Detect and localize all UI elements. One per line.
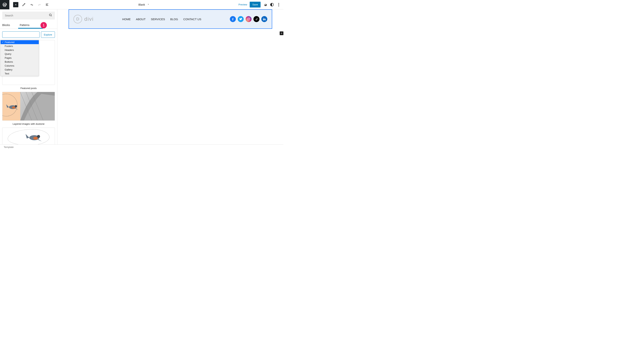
topbar-left-group: [0, 0, 50, 9]
redo-button[interactable]: [37, 2, 42, 7]
wordpress-icon: [2, 2, 7, 7]
tiktok-link[interactable]: [254, 16, 260, 22]
editor-topbar: Blank Preview Save: [0, 0, 284, 9]
preview-link[interactable]: Preview: [238, 3, 247, 6]
close-button[interactable]: [13, 2, 18, 7]
inserter-sidebar: Blocks Patterns 1 Explore Featured Foote…: [0, 9, 57, 144]
twitter-icon: [239, 17, 242, 21]
facebook-link[interactable]: [230, 16, 236, 22]
svg-point-6: [33, 137, 38, 140]
search-input[interactable]: [2, 11, 55, 19]
dropdown-item-headers[interactable]: Headers: [0, 48, 39, 52]
chevron-down-icon: [147, 3, 150, 6]
svg-point-0: [49, 14, 51, 16]
template-name: Blank: [138, 3, 145, 6]
bird-icon: [6, 103, 19, 111]
nav-item-blog[interactable]: BLOG: [170, 17, 178, 21]
undo-button[interactable]: [29, 2, 34, 7]
header-block[interactable]: D divi HOME ABOUT SERVICES BLOG CONTACT …: [68, 9, 272, 29]
inserter-tabs: Blocks Patterns 1: [0, 22, 57, 28]
facebook-icon: [231, 17, 234, 21]
dropdown-item-featured[interactable]: Featured: [0, 40, 39, 44]
editor-canvas[interactable]: D divi HOME ABOUT SERVICES BLOG CONTACT …: [57, 9, 284, 144]
svg-point-4: [15, 105, 17, 107]
save-button[interactable]: Save: [250, 2, 260, 7]
pattern-label: Layered images with duotone: [2, 123, 55, 125]
nav-item-about[interactable]: ABOUT: [136, 17, 146, 21]
social-icons: [230, 16, 267, 22]
site-logo[interactable]: D divi: [74, 15, 94, 23]
annotation-badge: 1: [40, 22, 47, 28]
styles-button[interactable]: [270, 2, 274, 7]
feather-texture: [20, 92, 55, 120]
bird-icon: [25, 132, 44, 143]
pattern-card-partial[interactable]: [2, 128, 55, 144]
breadcrumb-label[interactable]: Template: [4, 146, 14, 149]
tab-blocks[interactable]: Blocks: [2, 22, 10, 28]
pattern-preview: [2, 128, 55, 144]
search-icon: [49, 13, 52, 17]
search-wrap: [0, 9, 57, 22]
nav-menu: HOME ABOUT SERVICES BLOG CONTACT US: [101, 17, 222, 21]
dropdown-item-text[interactable]: Text: [0, 72, 39, 76]
svg-line-1: [51, 15, 52, 16]
plus-icon: [280, 32, 283, 35]
linkedin-link[interactable]: [261, 16, 267, 22]
nav-item-home[interactable]: HOME: [122, 17, 130, 21]
breadcrumb-footer: Template: [0, 144, 284, 150]
pattern-category-select[interactable]: [2, 31, 40, 38]
topbar-right-group: Preview Save: [238, 2, 284, 7]
logo-text: divi: [84, 16, 94, 22]
twitter-link[interactable]: [238, 16, 244, 22]
dropdown-item-pages[interactable]: Pages: [0, 56, 39, 60]
edit-tool[interactable]: [21, 2, 26, 7]
nav-item-contact[interactable]: CONTACT US: [183, 17, 201, 21]
svg-point-12: [263, 18, 264, 18]
nav-item-services[interactable]: SERVICES: [151, 17, 165, 21]
svg-point-9: [248, 18, 249, 20]
pattern-category-dropdown: Featured Footers Headers Query Pages But…: [0, 40, 39, 76]
pattern-label: Featured posts: [2, 87, 55, 90]
svg-point-10: [249, 18, 250, 18]
instagram-icon: [247, 17, 250, 21]
dropdown-item-columns[interactable]: Columns: [0, 64, 39, 68]
more-options-button[interactable]: [277, 2, 281, 7]
pattern-filter-row: Explore: [0, 29, 57, 40]
svg-rect-11: [263, 19, 264, 20]
linkedin-icon: [262, 17, 266, 21]
list-view-icon: [45, 2, 50, 7]
list-view-button[interactable]: [45, 2, 50, 7]
dropdown-item-gallery[interactable]: Gallery: [0, 68, 39, 72]
svg-point-7: [37, 135, 40, 138]
tab-patterns[interactable]: Patterns: [20, 22, 30, 28]
pattern-card-layered-images[interactable]: Layered images with duotone: [2, 92, 55, 125]
topbar-center[interactable]: Blank: [50, 3, 238, 6]
add-block-button[interactable]: [280, 31, 284, 35]
dropdown-item-query[interactable]: Query: [0, 52, 39, 56]
undo-icon: [30, 2, 34, 7]
pencil-icon: [22, 2, 26, 7]
dropdown-item-buttons[interactable]: Buttons: [0, 60, 39, 64]
instagram-link[interactable]: [246, 16, 252, 22]
dropdown-item-footers[interactable]: Footers: [0, 44, 39, 48]
redo-icon: [38, 2, 42, 7]
settings-button[interactable]: [263, 2, 267, 7]
contrast-icon: [270, 2, 274, 7]
svg-point-3: [12, 106, 15, 109]
wordpress-logo[interactable]: [0, 0, 9, 9]
gear-icon: [263, 2, 267, 7]
close-icon: [14, 3, 17, 6]
pattern-preview: [2, 92, 55, 121]
tiktok-icon: [255, 17, 258, 21]
explore-button[interactable]: Explore: [41, 31, 55, 38]
logo-circle: D: [74, 15, 82, 23]
